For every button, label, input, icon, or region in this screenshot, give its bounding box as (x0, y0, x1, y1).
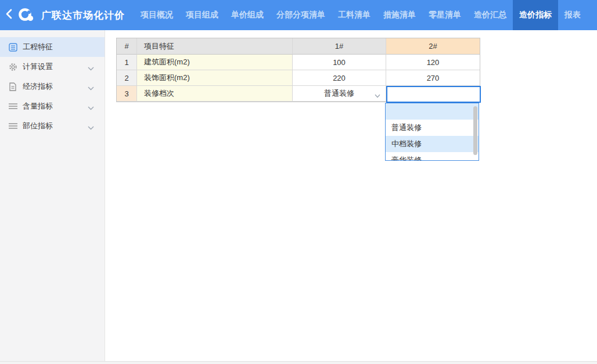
sidebar: 工程特征 计算设置 经济指标 含量指标 (0, 30, 105, 364)
sidebar-item-project-features[interactable]: 工程特征 (0, 37, 105, 57)
back-button[interactable] (0, 0, 17, 30)
nav-item-project-composition[interactable]: 项目组成 (179, 0, 225, 30)
row-num-cell[interactable]: 2 (117, 70, 137, 86)
nav-item-project-overview[interactable]: 项目概况 (134, 0, 179, 30)
nav-item-cost-indicators[interactable]: 造价指标 (513, 0, 558, 30)
chevron-down-icon (375, 91, 380, 100)
top-bar: 广联达市场化计价 项目概况 项目组成 单价组成 分部分项清单 工料清单 措施清单… (0, 0, 597, 30)
gear-icon (8, 62, 17, 71)
table-row: 2 装饰面积(m2) 220 270 (117, 70, 480, 86)
chevron-down-icon[interactable] (88, 123, 94, 132)
dropdown-option-ordinary[interactable]: 普通装修 (386, 120, 479, 136)
sidebar-item-label: 含量指标 (23, 101, 53, 111)
feature-cell[interactable]: 建筑面积(m2) (137, 55, 293, 70)
nav-item-unit-price-composition[interactable]: 单价组成 (225, 0, 270, 30)
top-nav: 项目概况 项目组成 单价组成 分部分项清单 工料清单 措施清单 零星清单 造价汇… (134, 0, 587, 30)
row-num-cell[interactable]: 1 (117, 55, 137, 70)
chevron-left-icon (5, 9, 12, 21)
project-features-table: # 项目特征 1# 2# 1 建筑面积(m2) 100 120 2 装饰面积(m… (116, 38, 480, 102)
dropdown-cell-value: 普通装修 (324, 88, 354, 99)
header-cell-2[interactable]: 2# (386, 38, 480, 55)
header-cell-feature[interactable]: 项目特征 (137, 38, 293, 55)
sidebar-item-label: 工程特征 (23, 42, 53, 52)
chevron-down-icon[interactable] (88, 84, 94, 92)
dropdown-option-empty[interactable] (386, 103, 479, 120)
menu-lines-icon (8, 121, 17, 131)
selected-cell-editor[interactable] (386, 86, 481, 103)
nav-item-divisional-item-list[interactable]: 分部分项清单 (270, 0, 332, 30)
decoration-grade-dropdown-list: 普通装修 中档装修 豪华装修 (385, 103, 479, 161)
header-cell-index[interactable]: # (117, 38, 137, 55)
nav-item-labor-material-list[interactable]: 工料清单 (332, 0, 377, 30)
table-header-row: # 项目特征 1# 2# (117, 38, 480, 55)
sidebar-item-position-indicators[interactable]: 部位指标 (0, 116, 105, 136)
decoration-grade-dropdown-cell[interactable]: 普通装修 (293, 86, 386, 102)
dropdown-scrollbar-thumb[interactable] (473, 106, 477, 155)
dropdown-option-mid[interactable]: 中档装修 (386, 136, 479, 152)
feature-list-icon (8, 42, 17, 52)
horizontal-scrollbar-track[interactable] (0, 361, 597, 364)
nav-item-reports[interactable]: 报表 (558, 0, 587, 30)
nav-item-sundry-list[interactable]: 零星清单 (422, 0, 467, 30)
dropdown-option-luxury[interactable]: 豪华装修 (386, 152, 479, 161)
sidebar-item-label: 部位指标 (23, 121, 53, 131)
value-cell[interactable]: 120 (386, 55, 480, 70)
sidebar-item-content-indicators[interactable]: 含量指标 (0, 96, 105, 116)
feature-cell[interactable]: 装饰面积(m2) (137, 70, 293, 86)
sidebar-item-economic-indicators[interactable]: 经济指标 (0, 77, 105, 96)
table-row: 1 建筑面积(m2) 100 120 (117, 55, 480, 70)
document-icon (8, 82, 17, 91)
nav-item-cost-summary[interactable]: 造价汇总 (467, 0, 513, 30)
sidebar-item-label: 经济指标 (23, 81, 53, 92)
glodon-logo-icon (17, 8, 36, 23)
feature-cell[interactable]: 装修档次 (137, 86, 293, 102)
main-content: # 项目特征 1# 2# 1 建筑面积(m2) 100 120 2 装饰面积(m… (105, 30, 597, 364)
chevron-down-icon[interactable] (88, 64, 94, 73)
sidebar-item-label: 计算设置 (23, 62, 53, 72)
value-cell[interactable]: 100 (293, 55, 386, 70)
app-title: 广联达市场化计价 (41, 9, 125, 22)
chevron-down-icon[interactable] (88, 103, 94, 112)
nav-item-measure-list[interactable]: 措施清单 (377, 0, 422, 30)
value-cell[interactable]: 270 (386, 70, 480, 86)
value-cell[interactable]: 220 (293, 70, 386, 86)
row-num-cell[interactable]: 3 (117, 86, 137, 102)
sidebar-item-calc-settings[interactable]: 计算设置 (0, 57, 105, 77)
header-cell-1[interactable]: 1# (293, 38, 386, 55)
menu-lines-icon (8, 102, 17, 111)
